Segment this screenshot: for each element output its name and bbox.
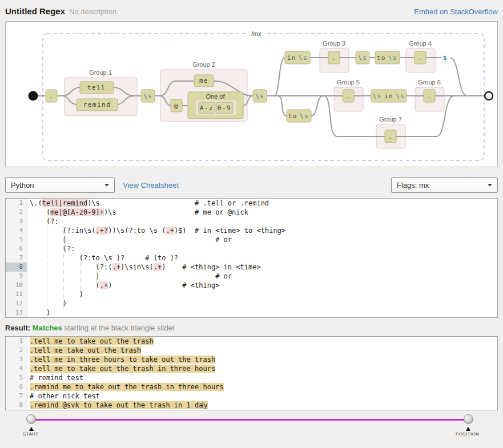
token-end-anchor: $ [443, 54, 448, 62]
line-text: .tell me to take out the trash [27, 337, 154, 346]
line-text: | # or [27, 235, 232, 244]
line-number: 5 [6, 235, 27, 244]
line-text: (?: [27, 244, 75, 253]
test-string-editor[interactable]: 1.tell me to take out the trash2.tell me… [5, 336, 498, 410]
line-text: .tell me in three hours to take out the … [27, 355, 215, 364]
line-number: 6 [6, 244, 27, 253]
token-literal-dot: . [46, 90, 57, 102]
language-select[interactable]: Python [5, 177, 115, 193]
regex-editor[interactable]: 1\.(tell|remind)\s # .tell or .remind2 (… [5, 198, 498, 318]
editor-line: 5# remind test [6, 373, 497, 382]
svg-text:Group 3: Group 3 [323, 40, 345, 47]
token-one-of-charclass: One of A-z 0-9 [188, 92, 243, 119]
token-any-char-group7: . [385, 130, 396, 143]
slider-track[interactable] [31, 419, 468, 421]
editor-line: 3.tell me in three hours to take out the… [6, 355, 497, 364]
svg-text:Group 1: Group 1 [89, 69, 112, 76]
line-text: (?:(.+)\sin\s(.+) # <thing> in <time> [27, 263, 261, 272]
controls-row: Python View Cheatsheet Flags: mx [5, 177, 498, 193]
line-number: 12 [6, 299, 27, 308]
svg-text:Group 7: Group 7 [379, 116, 402, 123]
line-text: ) [27, 290, 83, 299]
line-number: 4 [6, 226, 27, 235]
match-position-slider: START POSITION [5, 412, 498, 441]
line-text: .tell me to take out the trash in three … [27, 364, 215, 373]
editor-line: 13 ) [6, 308, 497, 317]
result-label: Result: [5, 324, 30, 332]
token-to-whitespace-optional: to\s [287, 110, 311, 122]
svg-text:/mx: /mx [251, 30, 261, 37]
svg-text:\s: \s [358, 54, 367, 62]
token-me: me [194, 75, 214, 87]
line-text: .tell me take out the trash [27, 346, 141, 355]
line-number: 13 [6, 308, 27, 317]
line-number: 7 [6, 392, 27, 401]
page-subtitle: No description [69, 7, 116, 16]
line-number: 1 [6, 337, 27, 346]
line-text: (?:in\s(.+?))\s(?:to \s (.+)$) # in <tim… [27, 226, 285, 235]
line-number: 3 [6, 217, 27, 226]
editor-line: 6 (?: [6, 244, 497, 253]
token-any-char-group3: . [328, 51, 340, 64]
token-any-char-group4: . [415, 51, 426, 64]
line-number: 8 [6, 401, 27, 410]
svg-text:\s: \s [143, 92, 152, 100]
editor-line: 2.tell me take out the trash [6, 346, 497, 355]
token-any-char-group6: . [424, 90, 435, 102]
svg-text:Group 4: Group 4 [409, 40, 432, 47]
chevron-down-icon [488, 184, 492, 187]
view-cheatsheet-link[interactable]: View Cheatsheet [123, 181, 179, 189]
result-line: Result: Matches starting at the black tr… [5, 324, 498, 332]
line-text: (?: [27, 217, 59, 226]
flags-select[interactable]: Flags: mx [391, 177, 498, 193]
svg-text:@: @ [174, 102, 179, 110]
line-text: # other nick test [27, 392, 100, 401]
header: Untitled Regex No description Embed on S… [5, 6, 498, 16]
editor-line: 8 (?:(.+)\sin\s(.+) # <thing> in <time> [6, 263, 497, 272]
editor-line: 6.remind me to take out the trash in thr… [6, 382, 497, 392]
flags-select-value: Flags: mx [397, 181, 429, 189]
page-title: Untitled Regex [5, 6, 65, 16]
svg-text:One of: One of [206, 93, 225, 100]
editor-line: 10 (.+) # <thing> [6, 281, 497, 290]
editor-line: 4.tell me to take out the trash in three… [6, 364, 497, 373]
position-triangle-icon [466, 427, 470, 431]
railroad-diagram: Group 1 Group 2 Group 3 Group 4 Group 5 … [6, 22, 497, 167]
editor-line: 3 (?: [6, 217, 497, 226]
svg-text:Group 5: Group 5 [337, 79, 360, 86]
line-text: (.+) # <thing> [27, 281, 219, 290]
result-status: Matches [33, 324, 62, 332]
line-text: ) [27, 299, 67, 308]
line-number: 10 [6, 281, 27, 290]
embed-stackoverflow-link[interactable]: Embed on StackOverflow [414, 7, 498, 16]
position-label: POSITION [456, 431, 479, 437]
token-whitespace-1: \s [141, 90, 155, 102]
svg-text:.: . [49, 92, 54, 100]
line-number: 3 [6, 355, 27, 364]
line-number: 2 [6, 346, 27, 355]
editor-line: 7 (?:to \s )? # (to )? [6, 253, 497, 263]
line-number: 9 [6, 272, 27, 281]
editor-line: 2 (me|@[A-z0-9]+)\s # me or @nick [6, 208, 497, 217]
token-whitespace-2: \s [253, 90, 267, 102]
line-text: # remind test [27, 373, 83, 382]
svg-text:.: . [418, 54, 422, 62]
line-number: 6 [6, 382, 27, 392]
editor-line: 1\.(tell|remind)\s # .tell or .remind [6, 199, 497, 208]
token-in-whitespace: in\s [285, 51, 310, 64]
svg-text:A-z: A-z [200, 104, 214, 112]
line-text: .remind me to take out the trash in thre… [27, 382, 224, 392]
token-whitespace-3: \s [356, 51, 369, 64]
line-text: .remind @svk to take out the trash in 1 … [27, 401, 208, 410]
start-slider-handle[interactable] [26, 414, 36, 424]
start-label: START [23, 431, 38, 437]
editor-line: 12 ) [6, 299, 497, 308]
token-at-sign: @ [171, 99, 182, 112]
svg-text:tell: tell [87, 84, 106, 91]
editor-line: 8.remind @svk to take out the trash in 1… [6, 401, 497, 410]
position-slider-handle[interactable] [464, 414, 473, 424]
editor-line: 9 | # or [6, 272, 497, 281]
editor-line: 4 (?:in\s(.+?))\s(?:to \s (.+)$) # in <t… [6, 226, 497, 235]
svg-text:me: me [199, 77, 208, 84]
line-text: (me|@[A-z0-9]+)\s # me or @nick [27, 208, 248, 217]
